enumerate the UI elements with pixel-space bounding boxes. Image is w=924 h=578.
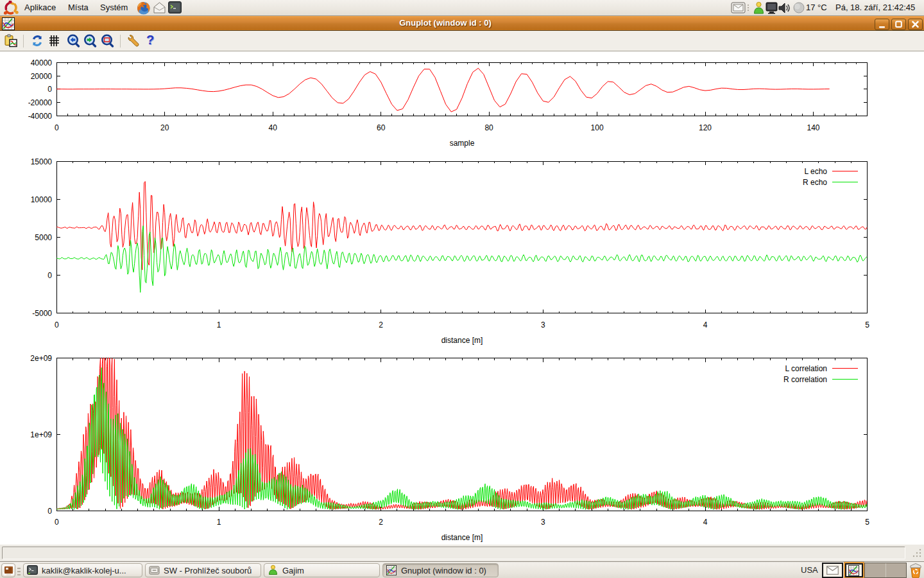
svg-text:4: 4	[703, 320, 708, 329]
svg-text:140: 140	[807, 123, 819, 132]
svg-text:R echo: R echo	[803, 178, 827, 187]
svg-text:0: 0	[47, 271, 52, 280]
svg-text:20000: 20000	[31, 72, 53, 81]
svg-text:10000: 10000	[31, 195, 53, 204]
svg-text:L correlation: L correlation	[785, 364, 827, 373]
svg-text:0: 0	[55, 320, 59, 329]
svg-text:0: 0	[47, 85, 52, 94]
svg-text:1: 1	[217, 320, 221, 329]
svg-text:0: 0	[55, 123, 59, 132]
svg-text:5: 5	[865, 518, 869, 527]
svg-text:3: 3	[541, 320, 545, 329]
svg-text:40: 40	[269, 123, 278, 132]
svg-text:5000: 5000	[35, 233, 52, 242]
svg-text:distance [m]: distance [m]	[441, 336, 483, 345]
svg-text:2e+09: 2e+09	[30, 354, 52, 363]
svg-text:sample: sample	[450, 139, 475, 148]
svg-text:4: 4	[703, 518, 708, 527]
svg-text:1e+09: 1e+09	[30, 430, 52, 439]
svg-text:60: 60	[377, 123, 386, 132]
svg-text:0: 0	[55, 518, 59, 527]
svg-text:-20000: -20000	[28, 98, 53, 107]
svg-text:15000: 15000	[31, 157, 53, 166]
svg-text:3: 3	[541, 518, 545, 527]
svg-text:0: 0	[47, 507, 52, 516]
svg-text:L echo: L echo	[804, 167, 827, 176]
svg-text:2: 2	[379, 320, 383, 329]
svg-text:1: 1	[217, 518, 221, 527]
svg-text:R correlation: R correlation	[783, 375, 827, 384]
svg-text:40000: 40000	[31, 58, 53, 67]
svg-text:distance [m]: distance [m]	[441, 533, 483, 542]
svg-text:2: 2	[379, 518, 383, 527]
svg-text:-40000: -40000	[28, 112, 53, 121]
svg-text:-5000: -5000	[32, 309, 52, 318]
svg-text:5: 5	[865, 320, 869, 329]
svg-text:20: 20	[160, 123, 169, 132]
svg-text:80: 80	[484, 123, 493, 132]
svg-text:120: 120	[699, 123, 712, 132]
svg-text:100: 100	[591, 123, 604, 132]
